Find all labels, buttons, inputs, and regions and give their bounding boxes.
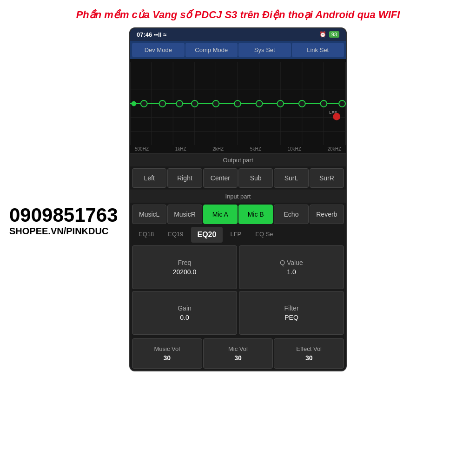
vol-mic[interactable]: Mic Vol 30 [203,338,273,369]
output-part-label: Output part [130,153,346,166]
freq-10khz: 10kHZ [287,146,301,152]
freq-20khz: 20kHZ [328,146,341,152]
vol-effect-value: 30 [277,354,341,362]
phone-number: 0909851763 [9,205,126,226]
eq-tab-19[interactable]: EQ19 [161,227,190,243]
phone-frame: 07:46 ▪▪ll ≈ ⏰ 93 Dev Mode Comp Mode Sys… [129,27,347,371]
params-grid: Freq 20200.0 Q Value 1.0 Gain 0.0 Filter… [130,244,346,337]
eq-tab-se[interactable]: EQ Se [249,227,279,243]
input-micb[interactable]: Mic B [238,205,273,224]
eq-tab-lfp[interactable]: LFP [224,227,248,243]
input-part-label: Input part [130,190,346,203]
page-wrapper: 0909851763 SHOPEE.VN/PINKDUC Phần mềm củ… [0,0,476,476]
param-gain-value: 0.0 [137,314,232,321]
input-musicr[interactable]: MusicR [167,205,202,224]
param-freq-value: 20200.0 [137,268,232,276]
output-sub[interactable]: Sub [238,168,273,188]
vol-mic-label: Mic Vol [206,345,270,352]
svg-text:LPF: LPF [329,110,337,114]
vol-controls: Music Vol 30 Mic Vol 30 Effect Vol 30 [130,337,346,370]
input-musicl[interactable]: MusicL [132,205,166,224]
svg-point-28 [132,101,136,106]
freq-1khz: 1kHZ [175,146,186,152]
freq-5khz: 5kHZ [250,146,261,152]
status-bar: 07:46 ▪▪ll ≈ ⏰ 93 [130,28,346,41]
output-center[interactable]: Center [203,168,238,188]
param-filter-value: PEQ [244,314,339,321]
eq-tab-18[interactable]: EQ18 [132,227,160,243]
param-freq-label: Freq [137,259,232,266]
svg-point-27 [339,100,345,107]
param-gain-label: Gain [137,304,232,312]
input-reverb[interactable]: Reverb [310,205,344,224]
output-buttons: Left Right Center Sub SurL SurR [130,166,346,190]
nav-bar: Dev Mode Comp Mode Sys Set Link Set [130,41,346,59]
vol-music-value: 30 [135,354,199,362]
param-freq[interactable]: Freq 20200.0 [132,245,237,289]
output-right[interactable]: Right [167,168,202,188]
status-icons: ⏰ 93 [319,31,339,38]
svg-point-21 [212,100,219,107]
input-echo[interactable]: Echo [274,205,308,224]
vol-music-label: Music Vol [135,345,199,352]
svg-point-23 [256,100,263,107]
param-filter[interactable]: Filter PEQ [239,291,344,335]
svg-point-26 [320,100,327,107]
output-left[interactable]: Left [132,168,166,188]
vol-mic-value: 30 [206,354,270,362]
vol-effect[interactable]: Effect Vol 30 [274,338,344,369]
eq-graph-area: LPF 500HZ 1kHZ 2kHZ 5kHZ 10kHZ 20kHZ [130,59,346,153]
eq-graph: LPF [130,62,346,145]
left-contact-area: 0909851763 SHOPEE.VN/PINKDUC [0,205,126,237]
freq-500hz: 500HZ [135,146,149,152]
freq-labels: 500HZ 1kHZ 2kHZ 5kHZ 10kHZ 20kHZ [130,145,346,152]
param-qvalue[interactable]: Q Value 1.0 [239,245,344,289]
param-qvalue-label: Q Value [244,259,339,266]
page-title: Phần mềm của Vang số PDCJ S3 trên Điện t… [0,0,476,27]
svg-point-24 [277,100,284,107]
param-filter-label: Filter [244,304,339,312]
vol-effect-label: Effect Vol [277,345,341,352]
svg-point-17 [141,100,147,107]
vol-music[interactable]: Music Vol 30 [132,338,202,369]
nav-comp-mode[interactable]: Comp Mode [185,43,238,57]
shop-name: SHOPEE.VN/PINKDUC [9,226,126,237]
input-mica[interactable]: Mic A [203,205,238,224]
output-surl[interactable]: SurL [274,168,308,188]
param-gain[interactable]: Gain 0.0 [132,291,237,335]
freq-2khz: 2kHZ [212,146,224,152]
param-qvalue-value: 1.0 [244,268,339,276]
eq-tab-20[interactable]: EQ20 [191,227,223,243]
nav-sys-set[interactable]: Sys Set [238,43,291,57]
svg-point-22 [234,100,241,107]
svg-point-20 [192,100,198,107]
status-time: 07:46 ▪▪ll ≈ [137,31,166,38]
svg-point-18 [159,100,165,107]
nav-link-set[interactable]: Link Set [292,43,344,57]
input-buttons: MusicL MusicR Mic A Mic B Echo Reverb [130,203,346,226]
nav-dev-mode[interactable]: Dev Mode [132,43,185,57]
output-surr[interactable]: SurR [310,168,344,188]
svg-point-25 [299,100,305,107]
eq-tabs: EQ18 EQ19 EQ20 LFP EQ Se [130,226,346,244]
svg-point-19 [176,100,183,107]
